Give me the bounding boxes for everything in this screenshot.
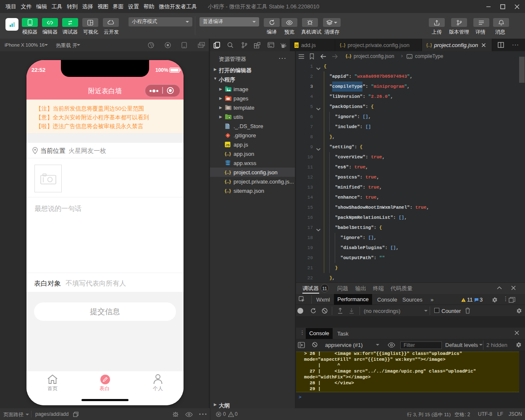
svg-text:JS: JS <box>226 143 230 147</box>
svg-text:!: ! <box>463 299 464 302</box>
svg-text:JS: JS <box>295 44 299 47</box>
